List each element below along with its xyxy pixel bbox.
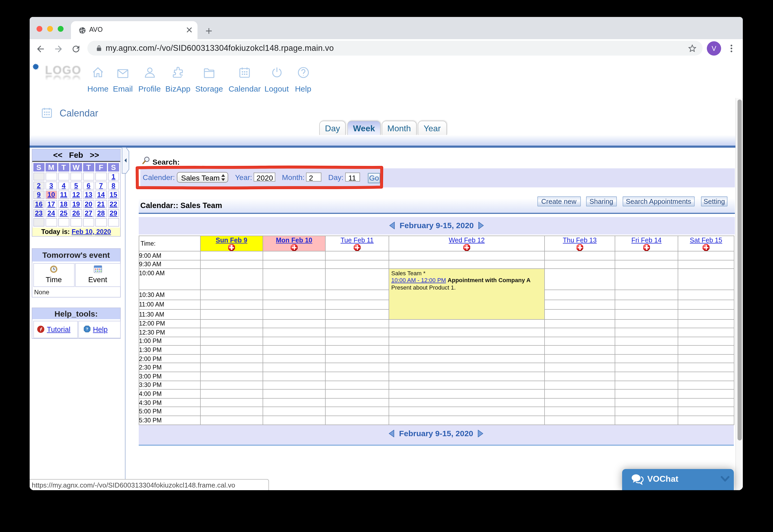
svg-text:?: ?	[86, 326, 88, 331]
